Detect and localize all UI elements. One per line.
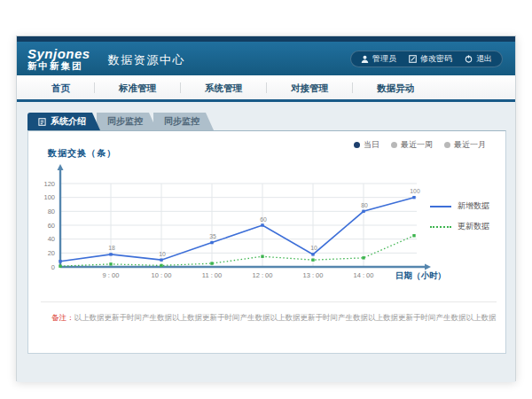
time-filter: 当日 最近一周 最近一月 <box>354 139 486 151</box>
nav-item-system-mgmt[interactable]: 系统管理 <box>181 82 267 93</box>
svg-text:0: 0 <box>51 263 55 271</box>
svg-text:11 : 00: 11 : 00 <box>202 271 222 279</box>
svg-text:10: 10 <box>310 245 317 251</box>
radio-unselected-icon <box>391 142 397 148</box>
page-title: 数据资源中心 <box>108 49 185 68</box>
nav-item-home[interactable]: 首页 <box>27 82 95 93</box>
solid-line-swatch-icon <box>430 206 451 207</box>
legend-update-data-label: 更新数据 <box>458 221 489 232</box>
svg-text:100: 100 <box>410 188 420 194</box>
svg-text:60: 60 <box>260 216 267 223</box>
dotted-line-swatch-icon <box>430 226 451 228</box>
footnote: 备注：以上数据更新于时间产生数据以上数据更新于时间产生数据以上数据更新于时间产生… <box>41 301 497 324</box>
svg-text:日期（小时）: 日期（小时） <box>395 270 446 281</box>
svg-text:120: 120 <box>43 180 55 188</box>
edit-icon <box>409 55 417 63</box>
series-legend: 新增数据 更新数据 <box>430 200 489 232</box>
tab-system-intro-label: 系统介绍 <box>51 113 86 130</box>
time-filter-option-last-month[interactable]: 最近一月 <box>444 139 486 151</box>
logout-label: 退出 <box>476 53 492 65</box>
svg-text:9 : 00: 9 : 00 <box>103 271 120 279</box>
time-filter-week-label: 最近一周 <box>401 139 433 151</box>
tab-bar: 系统介绍 同步监控 同步监控 <box>27 113 505 130</box>
tab-sync-monitor-2-label: 同步监控 <box>164 113 200 130</box>
legend-item-new-data[interactable]: 新增数据 <box>430 200 489 212</box>
svg-text:12 : 00: 12 : 00 <box>253 271 273 279</box>
time-filter-today-label: 当日 <box>364 139 379 151</box>
radio-selected-icon <box>354 142 360 148</box>
logout-button[interactable]: 退出 <box>465 53 492 65</box>
tab-sync-monitor-1-label: 同步监控 <box>107 113 143 130</box>
change-password-label: 修改密码 <box>420 53 452 65</box>
time-filter-option-last-week[interactable]: 最近一周 <box>391 139 433 151</box>
tab-sync-monitor-2[interactable]: 同步监控 <box>153 113 214 130</box>
logo-brand-text: Synjones <box>27 47 90 61</box>
power-icon <box>465 55 473 63</box>
nav-item-standard-mgmt[interactable]: 标准管理 <box>95 82 181 93</box>
nav-item-data-change[interactable]: 数据异动 <box>353 82 438 93</box>
app-window: Synjones 新中新集团 数据资源中心 管理员 修改密码 退出 首页 标准管… <box>16 35 516 381</box>
svg-text:40: 40 <box>48 235 55 243</box>
y-axis-title: 数据交换（条） <box>48 147 116 160</box>
svg-text:10: 10 <box>159 251 166 257</box>
svg-text:35: 35 <box>209 233 216 239</box>
svg-text:60: 60 <box>48 222 55 230</box>
content-area: 系统介绍 同步监控 同步监控 当日 最近一周 <box>17 102 515 382</box>
document-icon <box>38 118 46 126</box>
admin-user-button[interactable]: 管理员 <box>361 53 396 65</box>
legend-item-update-data[interactable]: 更新数据 <box>430 221 489 232</box>
time-filter-month-label: 最近一月 <box>454 139 486 151</box>
time-filter-option-today[interactable]: 当日 <box>354 139 379 151</box>
footnote-text: 以上数据更新于时间产生数据以上数据更新于时间产生数据以上数据更新于时间产生数据以… <box>74 313 497 322</box>
svg-text:80: 80 <box>361 202 368 208</box>
company-logo: Synjones 新中新集团 <box>27 47 90 71</box>
user-icon <box>361 55 369 63</box>
svg-text:20: 20 <box>48 249 55 257</box>
radio-unselected-icon <box>444 142 450 148</box>
change-password-button[interactable]: 修改密码 <box>409 53 452 65</box>
svg-text:18: 18 <box>108 245 115 251</box>
svg-text:13 : 00: 13 : 00 <box>303 271 324 279</box>
chart-panel: 当日 最近一周 最近一月 数据交换（条） 0204060801001209 : … <box>27 130 506 354</box>
svg-text:10 : 00: 10 : 00 <box>152 271 172 279</box>
footnote-prefix: 备注： <box>51 313 74 322</box>
main-nav: 首页 标准管理 系统管理 对接管理 数据异动 <box>17 75 515 102</box>
svg-text:80: 80 <box>48 207 55 215</box>
nav-item-interface-mgmt[interactable]: 对接管理 <box>267 82 353 93</box>
tab-sync-monitor-1[interactable]: 同步监控 <box>97 113 157 130</box>
admin-user-label: 管理员 <box>372 53 396 65</box>
svg-text:14 : 00: 14 : 00 <box>354 271 374 279</box>
legend-new-data-label: 新增数据 <box>458 200 489 212</box>
tab-system-intro[interactable]: 系统介绍 <box>27 113 100 130</box>
app-header: Synjones 新中新集团 数据资源中心 管理员 修改密码 退出 <box>17 42 515 75</box>
user-toolbar: 管理员 修改密码 退出 <box>350 51 503 67</box>
logo-company-text: 新中新集团 <box>27 61 90 71</box>
svg-text:100: 100 <box>43 193 55 201</box>
